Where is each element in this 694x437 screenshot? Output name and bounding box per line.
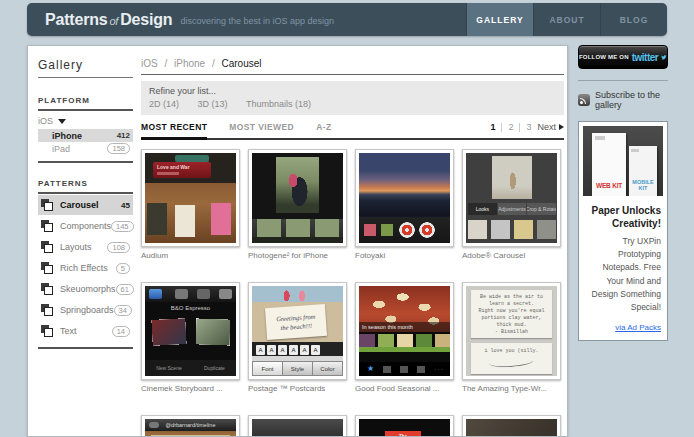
layers-icon <box>41 262 54 275</box>
thumbnail[interactable] <box>248 415 347 437</box>
item-caption[interactable]: Photogene² for iPhone <box>248 251 347 260</box>
tab-blog[interactable]: BLOG <box>600 3 667 36</box>
font-letter: A <box>256 345 265 355</box>
thumbnail[interactable]: The Economist <box>355 415 454 437</box>
pagination: 1 2 3 Next <box>490 122 564 132</box>
filter-thumbnails[interactable]: Thumbnails (18) <box>246 99 311 109</box>
thumbnail-art <box>359 153 450 243</box>
sidebar-item-carousel[interactable]: Carousel 45 <box>38 195 133 215</box>
thumbnail-art: @drbarnard/timeline <box>145 419 236 437</box>
sort-most-recent[interactable]: MOST RECENT <box>141 122 207 132</box>
font-letter: A <box>289 345 298 355</box>
item-caption[interactable]: Postage ™ Postcards <box>248 384 347 393</box>
breadcrumb-iphone[interactable]: iPhone <box>174 58 205 69</box>
mini-title: B&O Espresso <box>145 305 236 311</box>
sidebar-item-rich-effects[interactable]: Rich Effects 5 <box>38 258 133 278</box>
thumbnail[interactable]: Be wide as the air to learn a secret. Ri… <box>462 282 561 380</box>
thumbnail[interactable]: @drbarnard/timeline <box>141 415 240 437</box>
page-2[interactable]: 2 <box>508 122 513 132</box>
ad-headline: Paper Unlocks Creativity! <box>585 205 661 230</box>
mini-bottom-bar: ★ ··· <box>359 362 450 376</box>
twitter-logo: twitter <box>632 52 659 63</box>
thumbnail-art: Be wide as the air to learn a secret. Ri… <box>466 286 557 376</box>
tab-gallery[interactable]: GALLERY <box>466 3 533 36</box>
mini-tab-looks: Looks <box>468 203 497 215</box>
gallery-item-dark <box>248 415 347 437</box>
filter-3d[interactable]: 3D (13) <box>198 99 228 109</box>
script-line: the beach!!! <box>280 322 312 331</box>
thumbnail[interactable]: In season this month ★ ··· <box>355 282 454 380</box>
title-design: Design <box>120 11 172 28</box>
typed-line: i love you (silly. <box>471 348 552 355</box>
next-page-button[interactable]: Next <box>537 122 564 132</box>
page-3[interactable]: 3 <box>526 122 531 132</box>
mini-tabs: Looks Adjustments Crop & Rotate <box>468 203 556 215</box>
typed-line: Right now you're equal <box>471 308 552 315</box>
sidebar-item-springboards[interactable]: Springboards 34 <box>38 300 133 320</box>
item-caption[interactable]: The Amazing Type-Wr... <box>462 384 561 393</box>
sort-most-viewed[interactable]: MOST VIEWED <box>229 122 294 132</box>
typed-card: i love you (silly. <box>471 343 552 374</box>
item-caption[interactable]: Adobe® Carousel <box>462 251 561 260</box>
font-letter: A <box>267 345 276 355</box>
thumbnail-art <box>466 419 557 437</box>
thumbnail[interactable]: Greetings from the beach!!! A A A A A A <box>248 282 347 380</box>
dropdown-arrow-icon <box>58 119 66 124</box>
overlay-text: In season this month <box>359 322 450 332</box>
sidebar-item-text[interactable]: Text 14 <box>38 321 133 341</box>
pattern-label: Carousel <box>60 200 99 210</box>
pattern-count: 34 <box>114 305 132 316</box>
tab-about[interactable]: ABOUT <box>533 3 600 36</box>
breadcrumb-ios[interactable]: iOS <box>141 58 158 69</box>
sort-bar: MOST RECENT MOST VIEWED A-Z 1 2 3 Next <box>141 122 564 140</box>
postcard-label: Greetings from the beach!!! <box>265 304 327 340</box>
ad-packs-link[interactable]: via Ad Packs <box>585 323 661 332</box>
divider <box>38 347 133 349</box>
follow-twitter-button[interactable]: FOLLOW ME ON twitter <box>578 45 668 69</box>
mobile-kit-label: MOBILE KIT <box>630 179 656 191</box>
subscribe-link[interactable]: Subscribe to the gallery <box>578 90 668 110</box>
os-label: iOS <box>38 116 53 126</box>
sidebar-item-iphone[interactable]: iPhone 412 <box>38 129 133 142</box>
pattern-label: Components <box>60 221 111 231</box>
sidebar-item-layouts[interactable]: Layouts 108 <box>38 237 133 257</box>
pattern-count: 5 <box>116 263 130 274</box>
font-letter: A <box>300 345 309 355</box>
item-caption[interactable]: Fotoyaki <box>355 251 454 260</box>
sidebar-title: Gallery <box>38 58 133 78</box>
pattern-count: 45 <box>121 201 130 210</box>
item-caption[interactable]: Audium <box>141 251 240 260</box>
heart-icon <box>400 366 408 373</box>
gallery-item-adobe-carousel: Looks Adjustments Crop & Rotate Adobe® C… <box>462 149 561 260</box>
thumbnail[interactable] <box>355 149 454 247</box>
thumbnail[interactable] <box>248 149 347 247</box>
refine-title: Refine your list... <box>149 86 556 96</box>
mini-bottom-bar: New Scene Duplicate <box>145 360 236 376</box>
thumbnail[interactable]: B&O Espresso New Scene Duplicate <box>141 282 240 380</box>
title-patterns: Patterns <box>45 11 107 28</box>
cart-icon <box>417 366 425 373</box>
sidebar-item-components[interactable]: Components 145 <box>38 216 133 236</box>
thumbnail-art <box>252 153 343 243</box>
ad-box[interactable]: WEB KIT MOBILE KIT Paper Unlocks Creativ… <box>578 121 668 341</box>
thumbnail-art: Love and War <box>145 153 236 243</box>
sidebar-item-ipad[interactable]: iPad 158 <box>38 142 133 155</box>
sidebar-item-skeuomorphs[interactable]: Skeuomorphs 61 <box>38 279 133 299</box>
font-letter: A <box>278 345 287 355</box>
platform-label: iPad <box>52 144 70 154</box>
font-letter: A <box>311 345 320 355</box>
banner-text: Love and War <box>153 162 211 178</box>
item-caption[interactable]: Cinemek Storyboard ... <box>141 384 240 393</box>
sort-a-z[interactable]: A-Z <box>316 122 331 132</box>
pattern-label: Springboards <box>60 305 114 315</box>
gallery-item-economist: The Economist <box>355 415 454 437</box>
thumbnail-art: The Economist <box>359 419 450 437</box>
thumbnail[interactable]: Love and War <box>141 149 240 247</box>
filter-2d[interactable]: 2D (14) <box>149 99 179 109</box>
platform-section: PLATFORM iOS iPhone 412 iPad 158 <box>38 96 133 163</box>
thumbnail[interactable]: Looks Adjustments Crop & Rotate <box>462 149 561 247</box>
thumbnail[interactable] <box>462 415 561 437</box>
os-dropdown[interactable]: iOS <box>38 111 133 129</box>
page-1[interactable]: 1 <box>490 122 495 132</box>
item-caption[interactable]: Good Food Seasonal ... <box>355 384 454 393</box>
